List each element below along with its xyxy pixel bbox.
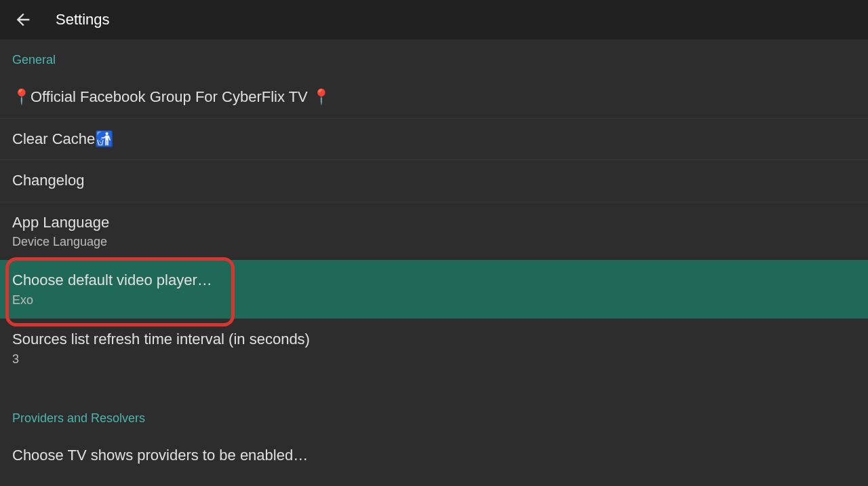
setting-title: Clear Cache🚮 (12, 130, 856, 149)
setting-app-language[interactable]: App Language Device Language (0, 202, 868, 261)
settings-content: General 📍Official Facebook Group For Cyb… (0, 39, 868, 486)
setting-sources-refresh-interval[interactable]: Sources list refresh time interval (in s… (0, 319, 868, 377)
section-header-general: General (0, 39, 868, 77)
setting-changelog[interactable]: Changelog (0, 160, 868, 202)
setting-title: Choose default video player… (12, 271, 856, 291)
setting-tv-providers[interactable]: Choose TV shows providers to be enabled… (0, 435, 868, 476)
setting-default-video-player[interactable]: Choose default video player… Exo (0, 260, 868, 319)
setting-title: Sources list refresh time interval (in s… (12, 330, 856, 350)
setting-title: App Language (12, 213, 856, 233)
setting-title: 📍Official Facebook Group For CyberFlix T… (12, 88, 856, 107)
setting-subtitle: 3 (12, 352, 856, 367)
setting-subtitle: Exo (12, 293, 856, 307)
page-title: Settings (56, 11, 110, 29)
highlight-annotation (5, 257, 235, 326)
app-header: Settings (0, 0, 868, 39)
setting-clear-cache[interactable]: Clear Cache🚮 (0, 119, 868, 161)
back-arrow-icon[interactable] (11, 7, 35, 32)
setting-facebook-group[interactable]: 📍Official Facebook Group For CyberFlix T… (0, 77, 868, 119)
section-header-providers: Providers and Resolvers (0, 398, 868, 435)
setting-title: Changelog (12, 171, 856, 191)
setting-subtitle: Device Language (12, 235, 856, 249)
setting-title: Choose TV shows providers to be enabled… (12, 446, 856, 466)
